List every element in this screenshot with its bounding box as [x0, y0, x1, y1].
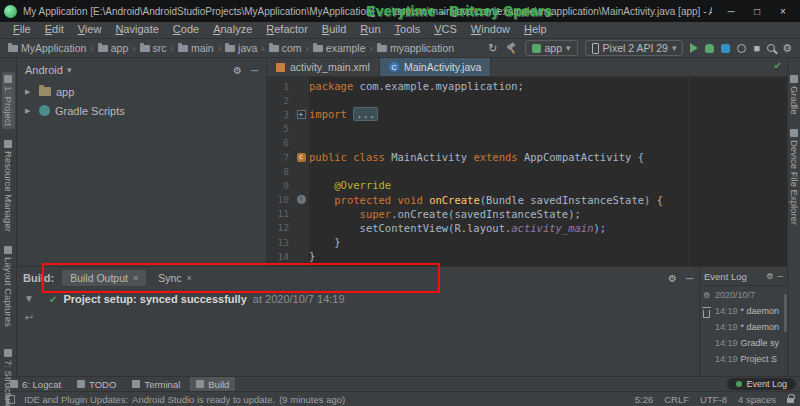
tree-item-gradle-scripts[interactable]: ▶Gradle Scripts	[17, 101, 266, 120]
breadcrumb-item-example[interactable]: example	[313, 42, 366, 54]
toolwindow-button-6-logcat[interactable]: 6: Logcat	[4, 377, 67, 391]
token: (Bundle savedInstanceState) {	[480, 194, 663, 206]
close-button[interactable]: ×	[770, 2, 796, 20]
run-config-select[interactable]: app ▾	[525, 40, 578, 56]
editor-tab-activity-main-xml[interactable]: activity_main.xml	[267, 58, 380, 76]
filter-icon[interactable]: ▼	[24, 293, 34, 304]
gutter-marker: ↑	[293, 195, 309, 204]
settings-gear-icon[interactable]: ⚙	[782, 43, 792, 54]
center-column: Android ▾ ⚙ ─ ▶app▶Gradle Scripts ✔ acti…	[17, 58, 787, 376]
menu-item-view[interactable]: View	[71, 22, 109, 36]
menu-item-tools[interactable]: Tools	[388, 22, 428, 36]
chevron-expand-icon[interactable]: ▶	[25, 107, 34, 115]
encoding-indicator[interactable]: UTF-8	[700, 394, 727, 405]
soft-wrap-icon[interactable]: ↩	[25, 312, 33, 323]
toolwindow-button-terminal[interactable]: Terminal	[126, 377, 186, 391]
settings-gear-icon[interactable]: ⚙	[703, 291, 710, 300]
hide-panel-icon[interactable]: ─	[777, 272, 783, 281]
event-log-list: 2020/10/714:19* daemon14:19* daemon14:19…	[713, 286, 784, 376]
toolwindow-button-build[interactable]: Build	[190, 377, 235, 391]
app-module-icon	[532, 44, 541, 53]
menu-item-edit[interactable]: Edit	[38, 22, 71, 36]
breadcrumb-item-app[interactable]: app	[98, 42, 129, 54]
hide-panel-icon[interactable]: ─	[251, 65, 258, 76]
menu-item-run[interactable]: Run	[353, 22, 387, 36]
build-hammer-icon[interactable]	[505, 42, 518, 55]
menu-item-vcs[interactable]: VCS	[427, 22, 464, 36]
token: extends	[473, 151, 524, 163]
status-message-text: Android Studio is ready to update.	[132, 394, 275, 405]
line-number: 8	[267, 166, 293, 177]
menu-item-code[interactable]: Code	[166, 22, 206, 36]
event-log-entry[interactable]: 14:19* daemon	[715, 319, 782, 335]
project-panel-header: Android ▾ ⚙ ─	[17, 58, 266, 82]
project-view-label: Android	[25, 64, 63, 76]
breadcrumb-item-com[interactable]: com	[269, 42, 302, 54]
token: ...	[353, 107, 378, 121]
chevron-down-icon: ▾	[672, 43, 677, 53]
breadcrumb-item-java[interactable]: java	[225, 42, 257, 54]
menu-item-navigate[interactable]: Navigate	[108, 22, 165, 36]
line-ending-indicator[interactable]: CRLF	[664, 394, 689, 405]
code-line: 1package com.example.myapplication;	[267, 79, 787, 93]
android-studio-logo-icon	[4, 5, 17, 18]
editor-tab-mainactivity-java[interactable]: CMainActivity.java	[380, 58, 491, 76]
gear-icon[interactable]: ⚙	[668, 273, 677, 284]
breadcrumb-item-myapplication[interactable]: myapplication	[377, 42, 454, 54]
tree-item-app[interactable]: ▶app	[17, 82, 266, 101]
sync-project-icon[interactable]: ↻	[488, 43, 497, 54]
tool-stripe-resource-manager[interactable]: Resource Manager	[2, 137, 15, 235]
token: MainActivity	[391, 151, 473, 163]
profile-button[interactable]	[721, 44, 730, 53]
event-log-entry[interactable]: 14:19* daemon	[715, 303, 782, 319]
toolwindow-toggle-icon[interactable]	[6, 395, 15, 404]
status-message[interactable]: IDE and Plugin Updates: Android Studio i…	[24, 394, 345, 405]
status-widgets: 5:26 CRLF UTF-8 4 spaces	[635, 394, 794, 405]
fold-expand-icon[interactable]: +	[297, 110, 306, 119]
tool-stripe-layout-captures[interactable]: Layout Captures	[2, 243, 15, 330]
gear-icon[interactable]: ⚙	[233, 65, 242, 76]
tool-stripe-gradle[interactable]: Gradle	[788, 72, 800, 118]
code-area[interactable]: 1package com.example.myapplication;23+im…	[267, 77, 787, 266]
gear-icon[interactable]: ⚙	[766, 272, 773, 281]
event-log-button[interactable]: Event Log	[727, 378, 796, 390]
stop-button[interactable]: ■	[753, 43, 760, 54]
clear-all-trash-icon[interactable]	[703, 310, 710, 318]
menu-item-analyze[interactable]: Analyze	[206, 22, 259, 36]
menu-item-refactor[interactable]: Refactor	[259, 22, 315, 36]
menu-item-window[interactable]: Window	[464, 22, 517, 36]
chevron-expand-icon[interactable]: ▶	[25, 88, 34, 96]
token: package	[309, 80, 360, 92]
device-select[interactable]: Pixel 2 API 29 ▾	[585, 40, 684, 56]
indent-indicator[interactable]: 4 spaces	[738, 394, 776, 405]
breadcrumb-item-src[interactable]: src	[140, 42, 167, 54]
maximize-button[interactable]: □	[744, 2, 770, 20]
code-line: 9 @Override	[267, 178, 787, 192]
hide-panel-icon[interactable]: ─	[686, 273, 693, 284]
search-icon[interactable]	[767, 44, 775, 52]
code-line: 12 setContentView(R.layout.activity_main…	[267, 221, 787, 235]
line-number: 2	[267, 95, 293, 106]
folder-icon	[140, 45, 150, 52]
menu-item-build[interactable]: Build	[315, 22, 353, 36]
caret-position[interactable]: 5:26	[635, 394, 654, 405]
toolwindow-button-todo[interactable]: TODO	[71, 377, 122, 391]
readonly-lock-icon[interactable]	[787, 398, 794, 403]
project-view-selector[interactable]: Android ▾	[25, 64, 71, 76]
token: activity_main	[511, 222, 593, 234]
menu-item-help[interactable]: Help	[517, 22, 554, 36]
tool-stripe-1-project[interactable]: 1: Project	[2, 72, 15, 129]
minimize-button[interactable]: ─	[718, 2, 744, 20]
breadcrumb-item-main[interactable]: main	[178, 42, 214, 54]
token: }	[309, 236, 341, 248]
attach-debugger-icon[interactable]	[737, 44, 746, 53]
event-log-entry[interactable]: 14:19Project S	[715, 351, 782, 367]
run-button[interactable]	[690, 43, 698, 53]
chevron-down-icon: ▾	[67, 65, 72, 75]
tool-stripe-device-file-explorer[interactable]: Device File Explorer	[788, 126, 800, 228]
breadcrumb-item-myapplication[interactable]: MyApplication	[8, 42, 86, 54]
menu-item-file[interactable]: File	[6, 22, 38, 36]
inspections-ok-icon[interactable]: ✔	[774, 60, 782, 71]
debug-button[interactable]	[705, 44, 714, 53]
event-log-entry[interactable]: 14:19Gradle sy	[715, 335, 782, 351]
